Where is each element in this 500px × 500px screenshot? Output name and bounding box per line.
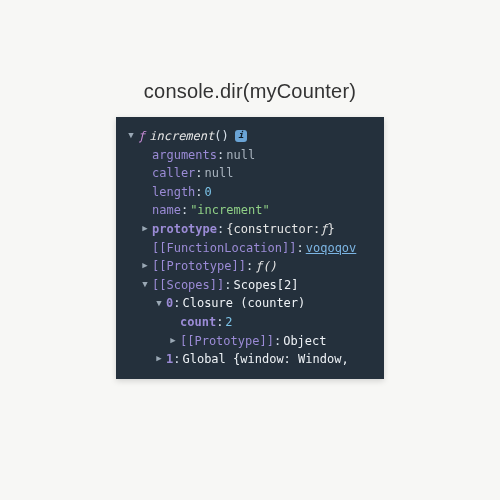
prop-key: caller (152, 164, 195, 183)
function-f-icon: ƒ (320, 220, 327, 239)
prop-value: 2 (225, 313, 232, 332)
chevron-down-icon[interactable] (140, 280, 150, 290)
prop-key: name (152, 201, 181, 220)
scope-0-proto[interactable]: [[Prototype]]: Object (120, 332, 380, 351)
prop-caller[interactable]: caller: null (120, 164, 380, 183)
prop-length[interactable]: length: 0 (120, 183, 380, 202)
chevron-right-icon[interactable] (140, 261, 150, 271)
function-f-icon: ƒ (138, 127, 145, 146)
chevron-down-icon[interactable] (126, 131, 136, 141)
prop-value: Global {window: Window, (182, 350, 348, 369)
prop-value: null (205, 164, 234, 183)
prop-arguments[interactable]: arguments: null (120, 146, 380, 165)
prop-scopes[interactable]: [[Scopes]]: Scopes[2] (120, 276, 380, 295)
prop-function-location[interactable]: [[FunctionLocation]]: voqoqov (120, 239, 380, 258)
prop-key: 0 (166, 294, 173, 313)
prop-value: Scopes[2] (233, 276, 298, 295)
scope-0[interactable]: 0: Closure (counter) (120, 294, 380, 313)
prop-key: [[Prototype]] (180, 332, 274, 351)
prop-value: Closure (counter) (182, 294, 305, 313)
chevron-down-icon[interactable] (154, 299, 164, 309)
function-name: increment (149, 127, 214, 146)
prop-key: arguments (152, 146, 217, 165)
prop-key: prototype (152, 220, 217, 239)
console-dir-output: ƒ increment () i arguments: null caller:… (116, 117, 384, 379)
prop-value: 0 (205, 183, 212, 202)
prop-value-prefix: {constructor: (226, 220, 320, 239)
prop-value: () (262, 257, 276, 276)
function-parens: () (214, 127, 228, 146)
prop-value-suffix: } (327, 220, 334, 239)
page-title: console.dir(myCounter) (144, 80, 356, 103)
chevron-right-icon[interactable] (140, 224, 150, 234)
fn-header-row[interactable]: ƒ increment () i (120, 127, 380, 146)
prop-key: [[FunctionLocation]] (152, 239, 297, 258)
source-link[interactable]: voqoqov (306, 239, 357, 258)
chevron-right-icon[interactable] (154, 354, 164, 364)
prop-value: null (226, 146, 255, 165)
scope-0-count[interactable]: count: 2 (120, 313, 380, 332)
prop-prototype[interactable]: prototype: {constructor: ƒ} (120, 220, 380, 239)
info-icon[interactable]: i (235, 130, 247, 142)
prop-key: [[Scopes]] (152, 276, 224, 295)
function-f-icon: ƒ (255, 257, 262, 276)
prop-name[interactable]: name: "increment" (120, 201, 380, 220)
prop-key: [[Prototype]] (152, 257, 246, 276)
prop-value: "increment" (190, 201, 269, 220)
prop-key: 1 (166, 350, 173, 369)
scope-1[interactable]: 1: Global {window: Window, (120, 350, 380, 369)
chevron-right-icon[interactable] (168, 336, 178, 346)
prop-value: Object (283, 332, 326, 351)
prop-key: count (180, 313, 216, 332)
prop-key: length (152, 183, 195, 202)
prop-proto[interactable]: [[Prototype]]: ƒ () (120, 257, 380, 276)
